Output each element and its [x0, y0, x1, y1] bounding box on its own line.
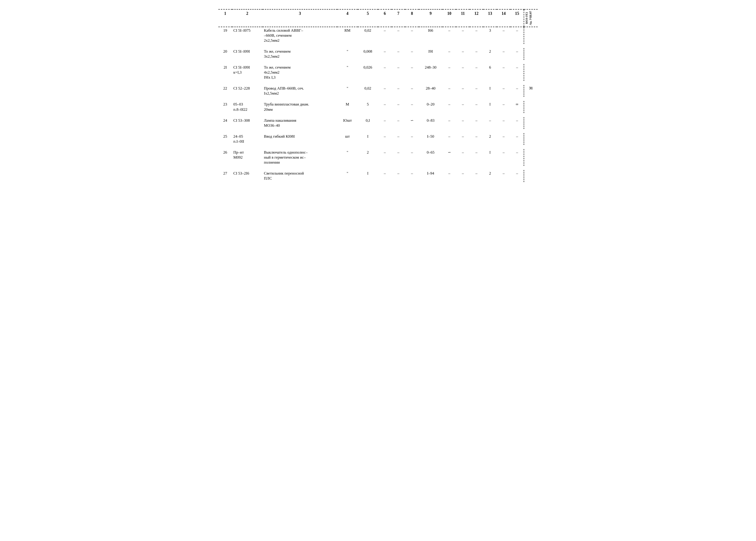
row-col5: 0,02: [358, 85, 378, 97]
row-col7: –: [392, 64, 405, 81]
row-num: 20: [219, 48, 232, 60]
document-container: 1 2 3 4 5 6 7 8 9 10 11 12 13 14 15 БОЗ-…: [219, 9, 537, 182]
row-col4: ": [337, 48, 358, 60]
spacer-row: [219, 60, 537, 64]
row-col15: –: [510, 170, 524, 182]
spacer-row: [219, 97, 537, 101]
row-name: То же, сечением4х2,5мм2I9Iх I,3: [263, 64, 338, 81]
row-col8: –: [405, 27, 419, 44]
row-col15: –: [510, 117, 524, 129]
row-col12: –: [470, 149, 483, 166]
col-header-4: 4: [337, 9, 358, 27]
row-col5: 0,I: [358, 117, 378, 129]
row-code: CI 5I–I09Iк=I,3: [232, 64, 263, 81]
row-col7: –: [392, 117, 405, 129]
row-col9: I66: [419, 27, 442, 44]
row-col5: 0,026: [358, 64, 378, 81]
col-header-7: 7: [392, 9, 405, 27]
table-row: 2305–03п.8–0I22Труба винипластовая диам.…: [219, 101, 537, 113]
row-num: 26: [219, 149, 232, 166]
table-row: 22CI 52–228Провод АПВ–660В, сеч.Iх2,5мм2…: [219, 85, 537, 97]
row-side-note: [524, 170, 537, 182]
row-col15: –: [510, 133, 524, 145]
col-header-6: 6: [378, 9, 392, 27]
row-col8: –: [405, 101, 419, 113]
col-header-side: БОЗ-3Т2 Ад. УШ.87: [524, 9, 537, 27]
row-col9: 0–20: [419, 101, 442, 113]
row-name: Провод АПВ–660В, сеч.Iх2,5мм2: [263, 85, 338, 97]
row-col10: –: [442, 27, 456, 44]
row-col8: –: [405, 85, 419, 97]
row-col15: –: [510, 85, 524, 97]
row-col15: ∞: [510, 101, 524, 113]
row-col4: ": [337, 64, 358, 81]
row-col14: –: [497, 133, 510, 145]
row-col12: –: [470, 133, 483, 145]
row-col14: –: [497, 85, 510, 97]
row-col8: –: [405, 149, 419, 166]
row-col4: шт: [337, 133, 358, 145]
table-row: 2ICI 5I–I09Iк=I,3То же, сечением4х2,5мм2…: [219, 64, 537, 81]
row-col5: 5: [358, 101, 378, 113]
row-col9: I9I: [419, 48, 442, 60]
row-col9: I–94: [419, 170, 442, 182]
row-col6: –: [378, 101, 392, 113]
row-col15: –: [510, 48, 524, 60]
spacer-row: [219, 129, 537, 133]
row-col12: –: [470, 48, 483, 60]
row-col13: 2: [483, 170, 497, 182]
row-col6: –: [378, 85, 392, 97]
col-header-1: 1: [219, 9, 232, 27]
row-col13: –: [483, 117, 497, 129]
row-col11: –: [456, 149, 470, 166]
row-col8: –: [405, 48, 419, 60]
row-name: Ввод гибкий КI08I: [263, 133, 338, 145]
row-col7: –: [392, 170, 405, 182]
spacer-row: [219, 44, 537, 48]
row-col6: –: [378, 117, 392, 129]
row-col10: –: [442, 64, 456, 81]
row-side-note: [524, 133, 537, 145]
col-header-11: 11: [456, 9, 470, 27]
row-col9: 0–65: [419, 149, 442, 166]
row-col5: 0,02: [358, 27, 378, 44]
col-header-3: 3: [263, 9, 338, 27]
col-header-13: 13: [483, 9, 497, 27]
side-label-top: БОЗ-3Т2: [525, 12, 528, 24]
row-side-note: [524, 149, 537, 166]
row-num: 24: [219, 117, 232, 129]
row-col9: 248–30: [419, 64, 442, 81]
row-code: Пр–нтМ092: [232, 149, 263, 166]
row-col7: –: [392, 149, 405, 166]
row-col11: –: [456, 48, 470, 60]
row-col12: –: [470, 64, 483, 81]
row-code: CI 53–308: [232, 117, 263, 129]
row-col14: –: [497, 48, 510, 60]
row-col10: –: [442, 133, 456, 145]
row-col5: I: [358, 170, 378, 182]
row-col4: М: [337, 101, 358, 113]
row-col4: RM: [337, 27, 358, 44]
table-header-row: 1 2 3 4 5 6 7 8 9 10 11 12 13 14 15 БОЗ-…: [219, 9, 537, 27]
spacer-row: [219, 113, 537, 117]
row-col7: –: [392, 101, 405, 113]
table-row: 19CI 5I–I075Кабель силовой АВВГ––660В, с…: [219, 27, 537, 44]
row-num: 19: [219, 27, 232, 44]
row-col13: 3: [483, 27, 497, 44]
row-col12: –: [470, 85, 483, 97]
row-code: CI 5I–I09I: [232, 48, 263, 60]
spacer-row: [219, 145, 537, 149]
row-col10: –: [442, 101, 456, 113]
row-col14: –: [497, 117, 510, 129]
table-row: 26Пр–нтМ092Выключатель однополюс–ный в г…: [219, 149, 537, 166]
row-name: Лампа накаливанияМО36–40: [263, 117, 338, 129]
row-col14: –: [497, 27, 510, 44]
row-side-note: 31: [524, 85, 537, 97]
row-col10: –: [442, 48, 456, 60]
row-col12: –: [470, 27, 483, 44]
main-table: 1 2 3 4 5 6 7 8 9 10 11 12 13 14 15 БОЗ-…: [219, 9, 537, 182]
row-col15: –: [510, 149, 524, 166]
row-col14: –: [497, 101, 510, 113]
row-col8: ∽: [405, 117, 419, 129]
row-side-note: [524, 64, 537, 81]
